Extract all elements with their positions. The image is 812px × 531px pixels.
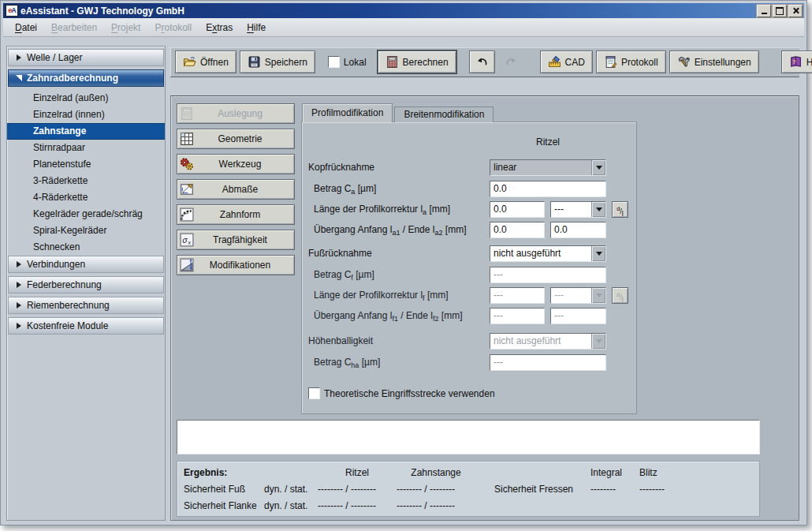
nav-button-zahnform[interactable]: Zahnform (177, 204, 295, 225)
nav-button-werkzeug[interactable]: Werkzeug (177, 154, 295, 174)
oeffnen-button[interactable]: Öffnen (175, 50, 237, 73)
nav-button-geometrie[interactable]: Geometrie (177, 129, 295, 149)
laenge-profilkorrektur-lf-input: --- (490, 287, 545, 304)
toothform-icon (180, 208, 194, 222)
hilfe-button[interactable]: ?Hilfe (781, 50, 812, 73)
result-label: Sicherheit Flanke (184, 499, 264, 512)
sidebar-section-kostenfreie-module[interactable]: Kostenfreie Module (8, 317, 164, 335)
uebergang-lf-input-1: --- (490, 308, 545, 324)
undo-button[interactable] (469, 50, 495, 73)
geometry-icon (180, 132, 194, 146)
betrag-ca-input[interactable]: 0.0 (490, 181, 606, 197)
maximize-button[interactable] (773, 5, 787, 17)
cad-button[interactable]: CAD (540, 50, 593, 73)
sidebar-item-3-raederkette[interactable]: 3-Räderkette (7, 173, 165, 189)
application-window: eA eAssistant - GWJ Technology GmbH Date… (0, 0, 807, 525)
sidebar-item-einzelrad-innen[interactable]: Einzelrad (innen) (7, 107, 165, 123)
sidebar-item-kegelraeder-gerade-schraeg[interactable]: Kegelräder gerade/schräg (7, 206, 165, 222)
tab-breitenmodifikation[interactable]: Breitenmodifikation (394, 107, 494, 122)
laenge-profilkorrektur-la-dl-button[interactable]: d/l (612, 201, 628, 218)
hilfe-button-label: Hilfe (806, 57, 812, 68)
field-label: Betrag Cha [µm] (314, 357, 380, 369)
uebergang-lf-input-2: --- (550, 308, 606, 324)
uebergang-la-input-1[interactable]: 0.0 (490, 222, 545, 238)
protokoll-button[interactable]: Protokoll (596, 50, 666, 73)
sidebar-section-label: Federberechnung (27, 279, 102, 290)
minimize-icon (762, 13, 767, 14)
redo-button (498, 50, 524, 73)
sidebar-section-riemenberechnung[interactable]: Riemenberechnung (8, 297, 164, 314)
sidebar-item-schnecken[interactable]: Schnecken (7, 239, 165, 256)
laenge-profilkorrektur-lf-select: --- (550, 287, 606, 304)
kopfruecknahme-select[interactable]: linear (490, 159, 606, 176)
protokoll-button-label: Protokoll (621, 57, 658, 68)
result-label: Sicherheit Fuß (184, 483, 264, 495)
einstellungen-button[interactable]: Einstellungen (669, 50, 759, 73)
nav-button-label: Zahnform (197, 209, 294, 220)
sidebar-section-label: Zahnradberechnung (27, 73, 118, 84)
result-integral (590, 499, 639, 512)
selected-value: linear (490, 160, 591, 175)
laenge-profilkorrektur-la-select[interactable]: --- (550, 201, 606, 218)
field-label: Länge der Profilkorrektur lf [mm] (314, 290, 449, 302)
sidebar-item-einzelrad-aussen[interactable]: Einzelrad (außen) (7, 90, 165, 107)
fussruecknahme-select[interactable]: nicht ausgeführt (490, 245, 606, 262)
field-label: Höhenballigkeit (308, 335, 373, 346)
sidebar-item-zahnstange[interactable]: Zahnstange (7, 123, 165, 140)
results-col-blitz: Blitz (639, 466, 695, 479)
dimensions-icon (180, 182, 194, 196)
field-label: Betrag Cf [µm] (314, 269, 374, 282)
result-integral: -------- (590, 483, 639, 495)
menu-item-hilfe[interactable]: Hilfe (240, 21, 273, 35)
result-extra-label: Sicherheit Fressen (494, 483, 590, 495)
chevron-down-icon (591, 246, 605, 261)
nav-button-label: Tragfähigkeit (197, 234, 294, 245)
cad-button-label: CAD (565, 57, 585, 68)
minimize-button[interactable] (757, 5, 771, 17)
menu-item-protokoll: Protokoll (147, 21, 199, 35)
menu-item-projekt: Projekt (104, 21, 147, 35)
laenge-profilkorrektur-lf-dl-button: d/l (612, 287, 628, 304)
sidebar-section-label: Riemenberechnung (27, 300, 110, 311)
laenge-profilkorrektur-la-input[interactable]: 0.0 (490, 201, 545, 218)
chevron-down-icon (591, 160, 605, 175)
selected-value: --- (551, 288, 591, 303)
sidebar-section-label: Verbindungen (27, 259, 85, 270)
form-row-laenge-profilkorrektur-la: Länge der Profilkorrektur la [mm]0.0---d… (302, 201, 636, 218)
menu-bar: DateiBearbeitenProjektProtokollExtrasHil… (3, 18, 804, 37)
sidebar-section-verbindungen[interactable]: Verbindungen (8, 256, 164, 273)
nav-button-abmasse[interactable]: Abmaße (177, 179, 295, 200)
sidebar-item-stirnradpaar[interactable]: Stirnradpaar (7, 140, 165, 156)
sidebar-item-planetenstufe[interactable]: Planetenstufe (7, 156, 165, 173)
speichern-button[interactable]: Speichern (240, 50, 315, 73)
betrag-cf-input: --- (490, 267, 606, 283)
nav-button-modifikationen[interactable]: Modifikationen (177, 255, 295, 275)
tab-profilmodifikation[interactable]: Profilmodifikation (302, 103, 393, 122)
modifications-icon (180, 258, 194, 272)
form-row-fussruecknahme: Fußrücknahmenicht ausgeführt (302, 245, 636, 262)
form-row-hoehenballigkeit: Höhenballigkeitnicht ausgeführt (302, 333, 636, 350)
close-icon (792, 7, 799, 14)
nav-button-label: Abmaße (197, 184, 294, 195)
close-button[interactable] (788, 5, 803, 17)
berechnen-button[interactable]: Berechnen (378, 50, 456, 73)
calculator-icon (386, 55, 399, 69)
menu-item-extras[interactable]: Extras (199, 21, 240, 35)
sidebar-section-welle-lager[interactable]: Welle / Lager (8, 49, 164, 66)
undo-icon (475, 55, 489, 69)
toolbar: ÖffnenSpeichernLokalBerechnenCADProtokol… (170, 47, 799, 77)
sidebar-item-spiral-kegelraeder[interactable]: Spiral-Kegelräder (7, 222, 165, 239)
sidebar-item-4-raederkette[interactable]: 4-Räderkette (7, 189, 165, 206)
nav-button-label: Geometrie (197, 133, 294, 144)
theoretische-eingriffsstrecke-checkbox[interactable] (308, 387, 320, 399)
menu-item-datei[interactable]: Datei (8, 21, 44, 35)
uebergang-la-input-2[interactable]: 0.0 (550, 222, 606, 238)
result-row: Sicherheit Flankedyn. / stat.-------- / … (184, 499, 759, 512)
results-col-zahnstange: Zahnstange (397, 466, 475, 479)
form-row-betrag-cha: Betrag Cha [µm]--- (302, 354, 636, 371)
sidebar-section-federberechnung[interactable]: Federberechnung (8, 276, 164, 294)
nav-button-tragfaehigkeit[interactable]: σxTragfähigkeit (177, 230, 295, 250)
tool-icon (180, 157, 194, 171)
sidebar-section-zahnradberechnung[interactable]: Zahnradberechnung (8, 69, 164, 87)
lokal-checkbox[interactable] (328, 56, 340, 68)
